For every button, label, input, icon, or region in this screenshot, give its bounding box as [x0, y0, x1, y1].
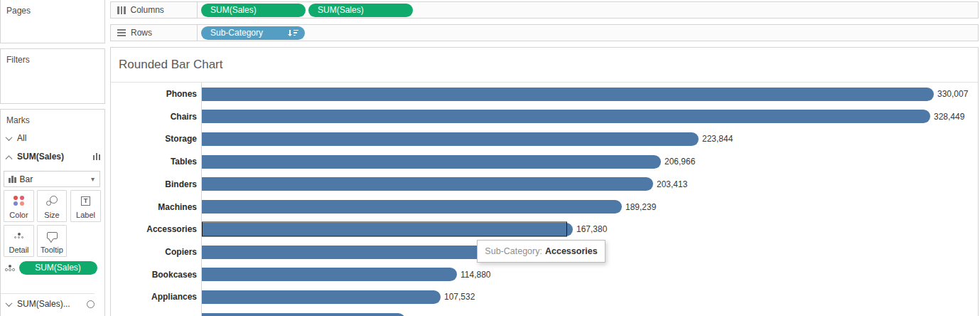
tooltip-value: Accessories [545, 246, 598, 256]
rows-pills: Sub-Category [201, 26, 305, 40]
value-label: 189,239 [625, 202, 656, 212]
columns-icon [117, 6, 126, 14]
bar-mark[interactable] [202, 88, 934, 101]
pages-label: Pages [1, 0, 104, 16]
text-label-icon: T [71, 191, 100, 211]
value-label: 206,966 [664, 157, 695, 167]
color-button[interactable]: Color [4, 190, 34, 222]
detail-shelf-pill-row: SUM(Sales) [5, 261, 97, 275]
bar-mark[interactable] [202, 200, 622, 214]
label-button[interactable]: T Label [70, 190, 101, 222]
tooltip-button-label: Tooltip [41, 246, 63, 254]
chart-row: Chairs328,449 [111, 105, 978, 128]
chart-title[interactable]: Rounded Bar Chart [111, 48, 978, 83]
marks-card: Marks All SUM(Sales) Bar ▾ Color [0, 109, 105, 316]
category-label[interactable]: Machines [111, 202, 197, 212]
bar-mark[interactable] [202, 132, 699, 146]
sum-sales-pill-2[interactable]: SUM(Sales) [308, 4, 413, 17]
detail-dots-icon [4, 226, 33, 246]
sub-category-pill[interactable]: Sub-Category [201, 26, 305, 40]
hover-tooltip: Sub-Category: Accessories [477, 240, 605, 263]
bar-mark[interactable] [202, 177, 653, 191]
category-label[interactable]: Storage [111, 134, 197, 144]
chart-row: Machines189,239 [111, 196, 978, 218]
rows-shelf-label: Rows [131, 28, 152, 38]
chart-row: Binders203,413 [111, 173, 978, 196]
filters-shelf[interactable]: Filters [0, 48, 105, 104]
marks-all-label: All [17, 133, 26, 143]
color-button-label: Color [9, 211, 28, 219]
bar-mark[interactable] [202, 110, 930, 123]
speech-bubble-icon [38, 226, 66, 246]
columns-shelf-label: Columns [131, 5, 164, 15]
value-label: 223,844 [702, 134, 733, 144]
value-label: 114,880 [461, 270, 491, 280]
bar-mark[interactable] [202, 223, 573, 236]
chart-row: Appliances107,532 [111, 285, 978, 308]
left-sidebar: Pages Filters Marks All SUM(Sales) Bar ▾ [0, 0, 105, 316]
chevron-down-icon [6, 300, 13, 307]
bar-zone: 330,007 [202, 83, 978, 105]
category-label[interactable]: Chairs [111, 112, 197, 122]
value-label: 107,532 [444, 292, 475, 302]
bar-mark[interactable] [202, 268, 457, 281]
value-label: 203,413 [657, 179, 687, 189]
chart-row: Storage223,844 [111, 127, 978, 150]
rows-shelf[interactable]: Rows Sub-Category [110, 24, 979, 41]
category-label[interactable]: Bookcases [111, 270, 197, 280]
bar-chart-icon [93, 153, 101, 160]
marks-sum-sales-section[interactable]: SUM(Sales) [6, 152, 100, 162]
detail-button-label: Detail [9, 246, 28, 254]
columns-shelf-header: Columns [111, 2, 198, 18]
category-label[interactable]: Copiers [111, 247, 197, 257]
bar-zone [202, 308, 978, 316]
bar-mark[interactable] [202, 313, 405, 316]
bar-zone: 328,449 [202, 105, 978, 128]
bar-zone: 223,844 [202, 127, 978, 150]
sum-sales-detail-pill[interactable]: SUM(Sales) [19, 261, 97, 275]
category-label[interactable]: Binders [111, 179, 197, 189]
category-label[interactable]: Accessories [111, 224, 197, 234]
bar-zone: 206,966 [202, 150, 978, 173]
bar-zone: 167,380 [202, 218, 978, 241]
value-label: 167,380 [576, 224, 607, 234]
bar-zone: 114,880 [202, 263, 978, 286]
color-dots-icon [4, 191, 33, 211]
bar-mark[interactable] [202, 290, 441, 304]
chart-row: Tables206,966 [111, 150, 978, 173]
chevron-down-icon [6, 134, 13, 141]
mark-type-dropdown[interactable]: Bar ▾ [4, 171, 100, 187]
main-area: Columns SUM(Sales) SUM(Sales) Rows Sub-C… [110, 0, 979, 316]
caret-down-icon: ▾ [91, 175, 99, 183]
bar-chart: Phones330,007Chairs328,449Storage223,844… [111, 83, 978, 316]
value-label: 328,449 [934, 112, 964, 122]
sum-sales-pill-1[interactable]: SUM(Sales) [201, 4, 306, 17]
rows-icon [117, 29, 126, 36]
tooltip-button[interactable]: Tooltip [37, 225, 67, 257]
marks-card-label: SUM(Sales) [17, 152, 64, 162]
chart-row [111, 308, 978, 316]
chart-row: Bookcases114,880 [111, 263, 978, 286]
bar-mark-icon [9, 176, 16, 183]
mark-type-label: Bar [20, 174, 33, 184]
marks-label: Marks [1, 110, 104, 125]
category-label[interactable]: Phones [111, 89, 197, 99]
columns-shelf[interactable]: Columns SUM(Sales) SUM(Sales) [110, 1, 979, 19]
collapsed-marks-card[interactable]: SUM(Sales)... [1, 293, 95, 309]
bar-zone: 107,532 [202, 285, 978, 308]
pages-shelf[interactable]: Pages [0, 0, 105, 43]
collapsed-card-label: SUM(Sales)... [17, 299, 70, 309]
sort-descending-icon[interactable] [289, 29, 298, 37]
tableau-worksheet-app: Pages Filters Marks All SUM(Sales) Bar ▾ [0, 0, 980, 316]
bar-mark[interactable] [202, 155, 661, 169]
chevron-up-icon [6, 155, 13, 162]
chart-row: Accessories167,380 [111, 218, 978, 241]
sub-category-pill-label: Sub-Category [210, 26, 263, 40]
marks-all-section[interactable]: All [6, 133, 26, 143]
category-label[interactable]: Tables [111, 157, 197, 167]
detail-dots-icon [5, 265, 15, 271]
bar-zone: 203,413 [202, 173, 978, 196]
category-label[interactable]: Appliances [111, 292, 197, 302]
size-button[interactable]: Size [37, 190, 67, 222]
detail-button[interactable]: Detail [4, 225, 34, 257]
